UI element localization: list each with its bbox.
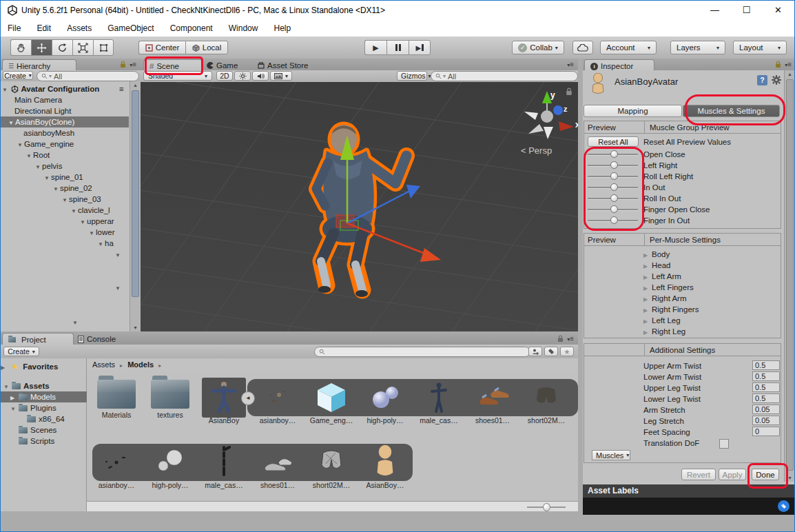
hierarchy-item-root[interactable]: ▼Root [1, 150, 141, 161]
apply-button[interactable]: Apply [719, 469, 746, 480]
lighting-toggle-button[interactable] [234, 71, 251, 81]
foldout-icon[interactable]: ▼ [1, 118, 15, 127]
done-button[interactable]: Done [752, 469, 779, 480]
panel-menu-icon[interactable]: ▾≡ [567, 335, 574, 342]
tab-game[interactable]: Game [201, 59, 245, 71]
thumbnail-size-slider[interactable] [543, 503, 550, 511]
hierarchy-item-spine-03[interactable]: ▼spine_03 [1, 194, 141, 205]
foldout-icon[interactable]: ▼ [25, 151, 33, 161]
hierarchy-item-deep-1[interactable]: ▼ [1, 249, 141, 260]
asset-shoes01-wire[interactable]: shoes01… [256, 444, 300, 489]
upper-leg-twist-field[interactable]: 0.5 [752, 382, 780, 392]
breadcrumb-assets[interactable]: Assets [92, 360, 115, 369]
play-button[interactable]: ▶ [364, 40, 386, 55]
audio-toggle-button[interactable] [252, 71, 269, 81]
foldout-icon[interactable]: ▼ [79, 217, 87, 227]
inspector-scrollbar[interactable]: ▲ ▼ [784, 70, 795, 482]
pivot-local-button[interactable]: Local [185, 41, 228, 54]
hierarchy-create-button[interactable]: Create▾ [3, 71, 33, 80]
foldout-icon[interactable]: ▼ [96, 239, 105, 249]
scroll-up-icon[interactable]: ▲ [131, 83, 140, 88]
asset-asianboy-anim[interactable]: asianboy… [256, 380, 300, 424]
foldout-left-arm[interactable]: ▶Left Arm [643, 271, 681, 282]
translation-dof-checkbox[interactable] [719, 439, 729, 449]
tree-item-plugins[interactable]: ▼Plugins [1, 402, 96, 413]
foldout-icon[interactable]: ▼ [61, 195, 69, 205]
scrollbar-thumb[interactable] [786, 79, 794, 471]
hierarchy-item-deep-3[interactable]: ▼ [1, 316, 141, 327]
project-search-input[interactable] [314, 347, 530, 357]
lock-icon[interactable] [775, 61, 781, 68]
2d-toggle-button[interactable]: 2D [216, 71, 233, 81]
asset-short02m[interactable]: short02M… [524, 380, 568, 424]
scene-menu-icon[interactable]: ≡ [119, 83, 124, 94]
foldout-left-fingers[interactable]: ▶Left Fingers [643, 282, 694, 293]
scale-tool-button[interactable] [72, 39, 93, 56]
project-create-button[interactable]: Create▾ [3, 347, 39, 356]
tab-project[interactable]: Project [2, 333, 74, 345]
panel-menu-icon[interactable]: ▾≡ [785, 61, 792, 68]
selected-character-model[interactable] [278, 120, 471, 299]
lower-leg-twist-field[interactable]: 0.5 [752, 393, 780, 403]
upper-arm-twist-field[interactable]: 0.5 [752, 360, 780, 370]
hierarchy-item-game-engine[interactable]: ▼Game_engine [1, 139, 141, 150]
cloud-button[interactable] [572, 41, 593, 54]
foldout-icon[interactable]: ▼ [114, 250, 122, 260]
leg-stretch-field[interactable]: 0.05 [752, 416, 780, 425]
hierarchy-item-deep-2[interactable]: ▼ [1, 282, 141, 293]
gizmos-dropdown[interactable]: Gizmos▾ [397, 71, 427, 81]
foldout-right-leg[interactable]: ▶Right Leg [643, 326, 685, 337]
foldout-left-leg[interactable]: ▶Left Leg [643, 315, 681, 326]
lock-icon[interactable] [557, 335, 564, 342]
panel-splitter[interactable] [578, 59, 583, 531]
hierarchy-item-pelvis[interactable]: ▼pelvis [1, 161, 141, 172]
hierarchy-item-spine-02[interactable]: ▼spine_02 [1, 183, 141, 194]
foldout-body[interactable]: ▶Body [643, 249, 670, 260]
foldout-icon[interactable]: ▼ [34, 162, 42, 172]
asset-male-casual-wire[interactable]: male_cas… [202, 444, 246, 489]
asset-labels-header[interactable]: Asset Labels [583, 484, 795, 498]
slider-left-right[interactable] [588, 160, 638, 171]
scroll-up-icon[interactable]: ▲ [785, 72, 794, 76]
tab-mapping[interactable]: Mapping [584, 105, 682, 117]
hierarchy-item-main-camera[interactable]: Main Camera [1, 94, 141, 105]
layout-dropdown[interactable]: Layout▾ [733, 41, 787, 54]
breadcrumb-models[interactable]: Models [127, 360, 154, 369]
gear-icon[interactable] [772, 75, 781, 85]
menu-gameobject[interactable]: GameObject [101, 20, 161, 37]
slider-finger-in-out[interactable] [588, 215, 638, 226]
arm-stretch-field[interactable]: 0.05 [752, 405, 780, 414]
rotate-tool-button[interactable] [52, 39, 72, 56]
asset-shoes01[interactable]: shoes01… [471, 380, 515, 424]
favorites-section[interactable]: ▶ ★ Favorites [1, 361, 86, 372]
layers-dropdown[interactable]: Layers▾ [670, 41, 725, 54]
slider-roll-left-right[interactable] [588, 171, 638, 182]
menu-window[interactable]: Window [222, 20, 265, 37]
menu-component[interactable]: Component [163, 20, 220, 37]
asset-game-engine[interactable]: Game_eng… [309, 380, 353, 424]
feet-spacing-field[interactable]: 0 [752, 427, 780, 436]
hierarchy-item-directional-light[interactable]: Directional Light [1, 105, 141, 116]
pause-button[interactable] [386, 40, 409, 55]
account-dropdown[interactable]: Account▾ [600, 41, 657, 54]
maximize-button[interactable]: ☐ [731, 1, 762, 20]
panel-menu-icon[interactable]: ▾≡ [130, 61, 136, 68]
effects-dropdown[interactable]: ▾ [270, 71, 292, 81]
slider-finger-open-close[interactable] [588, 204, 638, 215]
slider-open-close[interactable] [588, 149, 638, 160]
lock-icon[interactable] [120, 61, 126, 68]
tab-asset-store[interactable]: Asset Store [252, 59, 315, 71]
foldout-head[interactable]: ▶Head [643, 260, 671, 271]
label-tag-icon[interactable] [778, 500, 789, 512]
asset-high-poly[interactable]: high-poly… [363, 380, 407, 424]
asset-high-poly-wire[interactable]: high-poly… [148, 444, 192, 489]
tree-item-assets[interactable]: ▼Assets [1, 380, 89, 391]
hierarchy-item-asianboy-clone[interactable]: ▼AsianBoy(Clone) [1, 116, 129, 127]
foldout-icon[interactable]: ▼ [87, 228, 96, 238]
hierarchy-item-avatar-configuration[interactable]: ▼ Avatar Configuration ≡ [1, 83, 129, 94]
step-button[interactable]: ▶ [409, 40, 431, 55]
hierarchy-item-clavicle-l[interactable]: ▼clavicle_l [1, 205, 141, 216]
scroll-down-icon[interactable]: ▼ [131, 325, 140, 330]
reset-all-button[interactable]: Reset All [588, 136, 639, 147]
slider-roll-in-out[interactable] [588, 193, 638, 204]
